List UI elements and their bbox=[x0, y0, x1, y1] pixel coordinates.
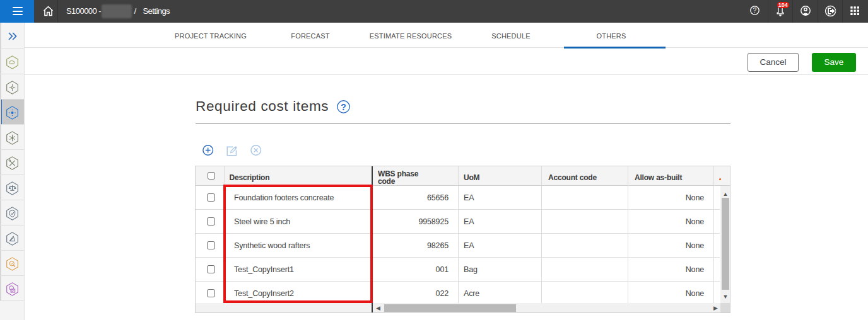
svg-text:?: ? bbox=[341, 102, 346, 112]
svg-text:?: ? bbox=[753, 6, 757, 14]
